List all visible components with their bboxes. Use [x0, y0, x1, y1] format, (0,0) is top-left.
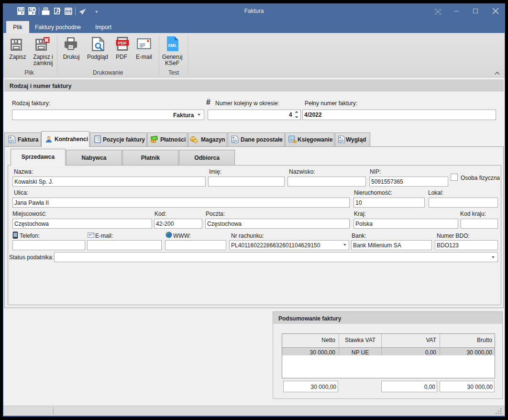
- svg-text:PDF: PDF: [66, 10, 71, 12]
- svg-text:PDF: PDF: [118, 40, 127, 45]
- svg-text:XML: XML: [168, 43, 177, 48]
